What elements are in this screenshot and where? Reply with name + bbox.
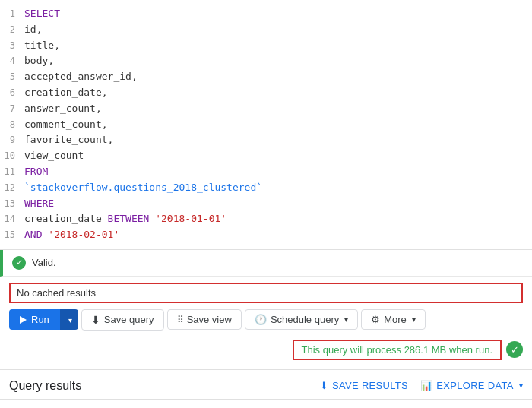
code-content: AND '2018-02-01' <box>24 227 119 243</box>
code-line: 3 title, <box>0 38 532 54</box>
line-number: 5 <box>0 70 24 84</box>
line-number: 15 <box>0 228 24 242</box>
code-line: 5 accepted_answer_id, <box>0 69 532 85</box>
code-content: `stackoverflow.questions_2018_clustered` <box>24 180 262 196</box>
run-group: Run ▾ <box>9 309 78 330</box>
code-line: 12 `stackoverflow.questions_2018_cluster… <box>0 180 532 196</box>
code-content: title, <box>24 38 60 54</box>
notice-check-icon: ✓ <box>506 341 523 358</box>
line-number: 12 <box>0 181 24 195</box>
code-content: favorite_count, <box>24 132 113 148</box>
query-size-notice: This query will process 286.1 MB when ru… <box>293 340 502 360</box>
play-icon <box>20 316 27 324</box>
more-button[interactable]: ⚙ More ▾ <box>361 309 426 330</box>
line-number: 8 <box>0 118 24 132</box>
code-content: WHERE <box>24 196 54 212</box>
more-chevron-icon: ▾ <box>412 315 416 324</box>
code-line: 4 body, <box>0 53 532 69</box>
clock-icon: 🕐 <box>255 314 267 325</box>
save-results-icon: ⬇ <box>320 380 328 391</box>
schedule-query-label: Schedule query <box>271 314 339 325</box>
code-line: 2 id, <box>0 22 532 38</box>
code-line: 9 favorite_count, <box>0 132 532 148</box>
valid-check-icon: ✓ <box>12 256 26 270</box>
code-line: 10 view_count <box>0 148 532 164</box>
line-number: 14 <box>0 212 24 226</box>
save-query-label: Save query <box>104 314 154 325</box>
code-content: comment_count, <box>24 117 108 133</box>
save-results-label: SAVE RESULTS <box>332 380 408 391</box>
code-line: 15 AND '2018-02-01' <box>0 227 532 243</box>
line-number: 1 <box>0 7 24 21</box>
save-view-label: Save view <box>187 314 232 325</box>
run-button[interactable]: Run <box>9 309 60 330</box>
save-query-button[interactable]: ⬇ Save query <box>81 309 164 331</box>
explore-data-icon: 📊 <box>420 380 432 391</box>
run-dropdown-button[interactable]: ▾ <box>60 309 78 330</box>
save-icon: ⬇ <box>91 314 100 326</box>
line-number: 11 <box>0 165 24 179</box>
code-content: SELECT <box>24 6 60 22</box>
schedule-chevron-icon: ▾ <box>344 315 348 324</box>
code-content: FROM <box>24 164 48 180</box>
line-number: 4 <box>0 54 24 68</box>
results-title: Query results <box>9 379 308 393</box>
code-line: 14 creation_date BETWEEN '2018-01-01' <box>0 211 532 227</box>
explore-data-button[interactable]: 📊 EXPLORE DATA ▾ <box>420 380 523 391</box>
explore-data-label: EXPLORE DATA <box>436 380 513 391</box>
run-label: Run <box>31 314 49 325</box>
code-content: answer_count, <box>24 101 102 117</box>
line-number: 3 <box>0 39 24 53</box>
query-complete-container: Query complete (0.9 sec elapsed, 275.2 M… <box>0 400 532 408</box>
code-content: body, <box>24 53 54 69</box>
toolbar-row: Run ▾ ⬇ Save query ⠿ Save view 🕐 Schedul… <box>9 309 523 331</box>
line-number: 7 <box>0 102 24 116</box>
save-results-button[interactable]: ⬇ SAVE RESULTS <box>320 380 408 391</box>
grid-icon: ⠿ <box>177 315 183 325</box>
line-number: 13 <box>0 197 24 211</box>
chevron-down-icon: ▾ <box>68 316 72 324</box>
line-number: 9 <box>0 133 24 147</box>
save-view-button[interactable]: ⠿ Save view <box>167 309 242 330</box>
results-header: Query results ⬇ SAVE RESULTS 📊 EXPLORE D… <box>0 370 532 400</box>
valid-text: Valid. <box>32 257 56 268</box>
line-number: 10 <box>0 149 24 163</box>
valid-bar: ✓ Valid. <box>0 250 532 277</box>
code-content: view_count <box>24 148 84 164</box>
line-number: 6 <box>0 86 24 100</box>
query-size-notice-row: This query will process 286.1 MB when ru… <box>9 337 523 363</box>
code-content: accepted_answer_id, <box>24 69 138 85</box>
code-line: 8 comment_count, <box>0 117 532 133</box>
gear-icon: ⚙ <box>371 314 380 325</box>
code-line: 7 answer_count, <box>0 101 532 117</box>
code-editor[interactable]: 1SELECT2 id,3 title,4 body,5 accepted_an… <box>0 0 532 250</box>
explore-chevron-icon: ▾ <box>519 381 523 390</box>
more-label: More <box>384 314 407 325</box>
toolbar-area: No cached results Run ▾ ⬇ Save query ⠿ S… <box>0 277 532 370</box>
code-line: 1SELECT <box>0 6 532 22</box>
schedule-query-button[interactable]: 🕐 Schedule query ▾ <box>245 309 358 330</box>
code-line: 11FROM <box>0 164 532 180</box>
code-content: id, <box>24 22 42 38</box>
no-cached-results: No cached results <box>9 283 523 303</box>
code-content: creation_date, <box>24 85 108 101</box>
code-content: creation_date BETWEEN '2018-01-01' <box>24 211 226 227</box>
code-line: 6 creation_date, <box>0 85 532 101</box>
code-line: 13WHERE <box>0 196 532 212</box>
line-number: 2 <box>0 23 24 37</box>
results-actions: ⬇ SAVE RESULTS 📊 EXPLORE DATA ▾ <box>320 380 523 391</box>
